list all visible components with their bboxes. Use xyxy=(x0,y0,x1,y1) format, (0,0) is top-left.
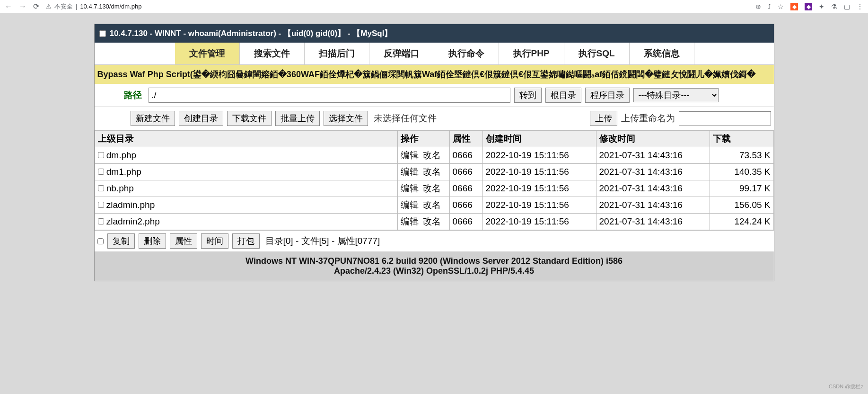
file-name-cell: zladmin2.php xyxy=(95,214,397,230)
choose-file-button[interactable]: 选择文件 xyxy=(324,111,368,126)
table-header-row: 上级目录 操作 属性 创建时间 修改时间 下载 xyxy=(95,131,773,147)
file-link[interactable]: nb.php xyxy=(106,183,134,193)
row-checkbox[interactable] xyxy=(98,152,104,158)
col-ctime: 创建时间 xyxy=(482,131,596,147)
row-checkbox[interactable] xyxy=(98,185,104,191)
attr-cell: 0666 xyxy=(449,164,482,180)
row-checkbox[interactable] xyxy=(98,202,104,208)
file-link[interactable]: dm1.php xyxy=(106,167,141,177)
edit-link[interactable]: 编辑 xyxy=(401,183,419,193)
upload-rename-label: 上传重命名为 xyxy=(621,112,675,125)
batch-upload-button[interactable]: 批量上传 xyxy=(275,111,320,126)
panel-icon[interactable]: ▢ xyxy=(844,3,850,10)
upload-rename-input[interactable] xyxy=(679,111,771,125)
mtime-cell: 2021-07-31 14:43:16 xyxy=(596,147,710,164)
program-dir-button[interactable]: 程序目录 xyxy=(585,88,630,103)
goto-button[interactable]: 转到 xyxy=(514,88,542,103)
browser-toolbar: ← → ⟳ ⚠ 不安全 | 10.4.7.130/dm/dm.php ⊕ ⤴ ☆… xyxy=(0,0,868,13)
download-file-button[interactable]: 下载文件 xyxy=(227,111,272,126)
col-mtime: 修改时间 xyxy=(596,131,710,147)
col-attr: 属性 xyxy=(449,131,482,147)
share-icon[interactable]: ⤴ xyxy=(768,3,771,10)
tab-exec-sql[interactable]: 执行SQL xyxy=(564,43,630,64)
no-file-text: 未选择任何文件 xyxy=(374,112,437,125)
upload-button[interactable]: 上传 xyxy=(590,111,617,126)
file-name-cell: zladmin.php xyxy=(95,197,397,214)
file-name-cell: dm1.php xyxy=(95,164,397,180)
ctime-cell: 2022-10-19 15:11:56 xyxy=(482,164,596,180)
size-cell[interactable]: 156.05 K xyxy=(710,197,773,214)
insecure-label: 不安全 xyxy=(54,2,73,11)
reload-icon[interactable]: ⟳ xyxy=(33,2,39,11)
tab-exec-php[interactable]: 执行PHP xyxy=(499,43,564,64)
tab-scan-backdoor[interactable]: 扫描后门 xyxy=(305,43,369,64)
extensions-icon[interactable]: ✦ xyxy=(819,3,824,10)
back-icon[interactable]: ← xyxy=(5,2,12,11)
tab-search-file[interactable]: 搜索文件 xyxy=(240,43,305,64)
file-link[interactable]: zladmin2.php xyxy=(106,216,160,226)
attr-cell: 0666 xyxy=(449,180,482,197)
delete-button[interactable]: 删除 xyxy=(139,233,166,249)
edit-link[interactable]: 编辑 xyxy=(401,167,419,177)
row-checkbox[interactable] xyxy=(98,218,104,224)
edit-link[interactable]: 编辑 xyxy=(401,200,419,210)
ctime-cell: 2022-10-19 15:11:56 xyxy=(482,147,596,164)
root-dir-button[interactable]: 根目录 xyxy=(545,88,581,103)
file-link[interactable]: zladmin.php xyxy=(106,200,155,210)
ops-cell: 编辑 改名 xyxy=(397,180,449,197)
path-input[interactable] xyxy=(149,88,510,103)
ops-cell: 编辑 改名 xyxy=(397,197,449,214)
rename-link[interactable]: 改名 xyxy=(423,150,441,160)
title-checkbox[interactable] xyxy=(99,30,106,37)
action-row: 新建文件 创建目录 下载文件 批量上传 选择文件 未选择任何文件 上传 上传重命… xyxy=(95,107,774,130)
summary-text: 目录[0] - 文件[5] - 属性[0777] xyxy=(265,235,380,247)
more-icon[interactable]: ⋮ xyxy=(857,3,863,10)
rename-link[interactable]: 改名 xyxy=(423,183,441,193)
table-row: dm.php编辑 改名06662022-10-19 15:11:562021-0… xyxy=(95,147,773,164)
special-dir-select[interactable]: ---特殊目录--- xyxy=(633,88,719,102)
lab-icon[interactable]: ⚗ xyxy=(831,3,837,10)
address-bar[interactable]: ⚠ 不安全 | 10.4.7.130/dm/dm.php xyxy=(46,2,749,11)
ctime-cell: 2022-10-19 15:11:56 xyxy=(482,197,596,214)
ops-cell: 编辑 改名 xyxy=(397,214,449,230)
attr-button[interactable]: 属性 xyxy=(170,233,197,249)
ops-cell: 编辑 改名 xyxy=(397,164,449,180)
title-text: 10.4.7.130 - WINNT - whoami(Administrato… xyxy=(110,28,393,39)
tab-file-manage[interactable]: 文件管理 xyxy=(175,43,240,64)
select-all-checkbox[interactable] xyxy=(97,238,104,244)
title-bar: 10.4.7.130 - WINNT - whoami(Administrato… xyxy=(95,24,774,43)
edit-link[interactable]: 编辑 xyxy=(401,216,419,226)
size-cell[interactable]: 124.24 K xyxy=(710,214,773,230)
file-name-cell: nb.php xyxy=(95,180,397,197)
create-dir-button[interactable]: 创建目录 xyxy=(179,111,223,126)
toolbar-right: ⊕ ⤴ ☆ ◆ ◆ ✦ ⚗ ▢ ⋮ xyxy=(755,3,863,10)
tab-sysinfo[interactable]: 系统信息 xyxy=(630,43,694,64)
mtime-cell: 2021-07-31 14:43:16 xyxy=(596,180,710,197)
new-file-button[interactable]: 新建文件 xyxy=(131,111,175,126)
attr-cell: 0666 xyxy=(449,147,482,164)
extension-icon-2[interactable]: ◆ xyxy=(805,3,812,10)
file-link[interactable]: dm.php xyxy=(106,150,136,160)
pack-button[interactable]: 打包 xyxy=(232,233,260,249)
size-cell[interactable]: 140.35 K xyxy=(710,164,773,180)
size-cell[interactable]: 73.53 K xyxy=(710,147,773,164)
row-checkbox[interactable] xyxy=(98,169,104,175)
star-icon[interactable]: ☆ xyxy=(778,3,784,10)
rename-link[interactable]: 改名 xyxy=(423,167,441,177)
sysinfo-line2: Apache/2.4.23 (Win32) OpenSSL/1.0.2j PHP… xyxy=(99,266,769,276)
tab-exec-cmd[interactable]: 执行命令 xyxy=(434,43,499,64)
forward-icon[interactable]: → xyxy=(19,2,26,11)
time-button[interactable]: 时间 xyxy=(201,233,228,249)
zoom-icon[interactable]: ⊕ xyxy=(755,3,761,10)
extension-icon-1[interactable]: ◆ xyxy=(790,3,798,10)
rename-link[interactable]: 改名 xyxy=(423,200,441,210)
edit-link[interactable]: 编辑 xyxy=(401,150,419,160)
insecure-icon: ⚠ xyxy=(46,3,52,10)
mtime-cell: 2021-07-31 14:43:16 xyxy=(596,197,710,214)
tab-reverse-port[interactable]: 反弹端口 xyxy=(369,43,434,64)
copy-button[interactable]: 复制 xyxy=(107,233,135,249)
rename-link[interactable]: 改名 xyxy=(423,216,441,226)
size-cell[interactable]: 99.17 K xyxy=(710,180,773,197)
file-name-cell: dm.php xyxy=(95,147,397,164)
col-parent[interactable]: 上级目录 xyxy=(95,131,397,147)
